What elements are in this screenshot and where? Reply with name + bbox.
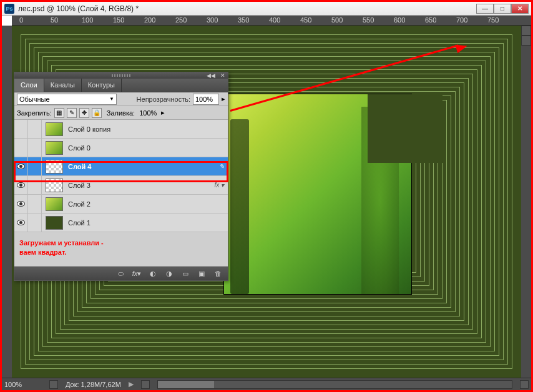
tab-paths[interactable]: Контуры: [82, 79, 122, 92]
scroll-step-left[interactable]: [141, 380, 150, 389]
ruler-horizontal: 0 50 100 150 200 250 300 350 400 450 500…: [12, 16, 531, 26]
group-icon[interactable]: ▭: [180, 269, 190, 278]
mask-icon[interactable]: ◐: [148, 269, 158, 278]
link-cell: [28, 195, 42, 213]
layer-name[interactable]: Слой 2: [67, 200, 228, 208]
tab-channels[interactable]: Каналы: [44, 79, 82, 92]
opacity-flyout-icon[interactable]: ▸: [222, 95, 225, 103]
link-icon[interactable]: ⬭: [115, 269, 125, 278]
fx-indicator[interactable]: fx ▾: [214, 182, 228, 189]
minimize-button[interactable]: —: [476, 4, 494, 14]
lock-transparent-icon[interactable]: ▦: [54, 108, 64, 118]
layer-row[interactable]: Слой 0: [14, 139, 228, 157]
fill-label: Заливка:: [107, 109, 135, 117]
layer-row[interactable]: Слой 4✎: [14, 157, 228, 176]
layer-list: Слой 0 копияСлой 0Слой 4✎Слой 3fx ▾Слой …: [14, 120, 228, 232]
lock-all-icon[interactable]: 🔒: [92, 108, 102, 118]
link-cell: [28, 120, 42, 139]
annotation-text: Загружаем и устанавли - ваем квадрат.: [14, 232, 228, 267]
layer-thumbnail[interactable]: [46, 179, 63, 192]
visibility-toggle[interactable]: [14, 157, 28, 176]
layer-name[interactable]: Слой 1: [67, 219, 228, 227]
scroll-left-button[interactable]: [49, 380, 58, 389]
photoshop-icon: Ps: [4, 4, 14, 14]
new-layer-icon[interactable]: ▣: [197, 269, 207, 278]
statusbar: 100% Док: 1,28M/7,62M ▶: [2, 378, 531, 390]
layer-thumbnail[interactable]: [46, 216, 63, 230]
layers-panel: ◀◀ ✕ Слои Каналы Контуры Обычные▼ Непроз…: [14, 72, 228, 281]
layer-row[interactable]: Слой 2: [14, 195, 228, 213]
layer-thumbnail[interactable]: [46, 160, 63, 174]
scrollbar-horizontal[interactable]: [157, 380, 512, 389]
titlebar: Ps лес.psd @ 100% (Слой 4, RGB/8) * — □ …: [2, 2, 531, 16]
layer-row[interactable]: Слой 1: [14, 213, 228, 232]
panel-menu-icon[interactable]: ✕: [220, 72, 225, 79]
layer-row[interactable]: Слой 3fx ▾: [14, 176, 228, 195]
visibility-toggle[interactable]: [14, 120, 28, 139]
blend-opacity-row: Обычные▼ Непрозрачность: 100% ▸: [14, 92, 228, 106]
scrollbar-vertical[interactable]: [521, 26, 531, 378]
panel-bottom-toolbar: ⬭ fx▾ ◐ ◑ ▭ ▣ 🗑: [14, 267, 228, 280]
visibility-toggle[interactable]: [14, 139, 28, 157]
panel-drag-handle[interactable]: ◀◀ ✕: [14, 72, 228, 79]
app-window: Ps лес.psd @ 100% (Слой 4, RGB/8) * — □ …: [0, 0, 533, 392]
lock-fill-row: Закрепить: ▦ ✎ ✥ 🔒 Заливка: 100% ▸: [14, 106, 228, 120]
lock-position-icon[interactable]: ✥: [79, 108, 89, 118]
visibility-toggle[interactable]: [14, 213, 28, 232]
visibility-toggle[interactable]: [14, 195, 28, 213]
fill-flyout-icon[interactable]: ▸: [161, 109, 165, 117]
layer-name[interactable]: Слой 0 копия: [67, 125, 228, 133]
collapse-icon[interactable]: ◀◀: [207, 72, 215, 79]
link-cell: [28, 176, 42, 195]
fill-input[interactable]: 100%: [137, 109, 159, 117]
trash-icon[interactable]: 🗑: [213, 269, 223, 278]
layer-name[interactable]: Слой 0: [67, 144, 228, 152]
layer-name[interactable]: Слой 3: [67, 182, 214, 189]
layer-name[interactable]: Слой 4: [67, 163, 219, 170]
lock-paint-icon[interactable]: ✎: [67, 108, 77, 118]
ruler-vertical: [2, 26, 12, 378]
scroll-step-right[interactable]: [520, 380, 529, 389]
layer-thumbnail[interactable]: [46, 141, 63, 155]
link-cell: [28, 157, 42, 176]
close-button[interactable]: ✕: [511, 4, 529, 14]
maximize-button[interactable]: □: [494, 4, 511, 14]
doc-size: Док: 1,28M/7,62M: [66, 381, 121, 388]
link-cell: [28, 139, 42, 157]
fx-icon[interactable]: fx▾: [132, 269, 142, 278]
zoom-level[interactable]: 100%: [4, 381, 42, 388]
link-cell: [28, 213, 42, 232]
tab-layers[interactable]: Слои: [14, 79, 44, 92]
dark-square-overlay: [368, 94, 443, 163]
eye-icon: [17, 182, 25, 188]
layer-thumbnail[interactable]: [46, 122, 63, 136]
lock-label: Закрепить:: [17, 109, 52, 117]
visibility-toggle[interactable]: [14, 176, 28, 195]
eye-icon: [17, 164, 25, 169]
window-title: лес.psd @ 100% (Слой 4, RGB/8) *: [18, 4, 476, 13]
layer-thumbnail[interactable]: [46, 197, 63, 211]
fill-adj-icon[interactable]: ◑: [164, 269, 174, 278]
panel-tabs: Слои Каналы Контуры: [14, 79, 228, 92]
opacity-label: Непрозрачность:: [137, 96, 190, 103]
blend-mode-select[interactable]: Обычные▼: [17, 94, 117, 105]
eye-icon: [17, 220, 25, 225]
opacity-input[interactable]: 100%: [193, 94, 219, 105]
edit-icon: ✎: [219, 163, 228, 170]
layer-row[interactable]: Слой 0 копия: [14, 120, 228, 139]
eye-icon: [17, 201, 25, 207]
